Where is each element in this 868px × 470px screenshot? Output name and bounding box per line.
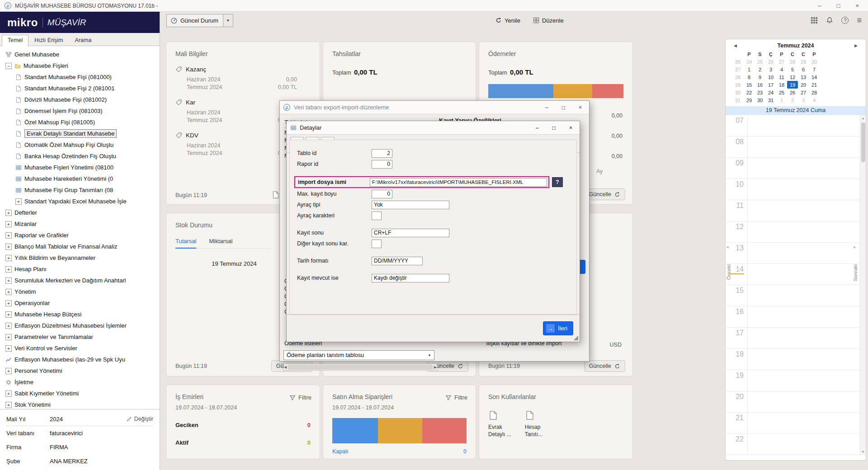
scroll-up-icon[interactable]: ▲ xyxy=(862,115,865,121)
calendar-day[interactable]: 26 xyxy=(765,58,776,66)
stok-tab-tutarsal[interactable]: Tutarsal xyxy=(175,238,196,249)
next-day-rail[interactable]: » Sonraki xyxy=(852,115,859,455)
tree-item[interactable]: +Hesap Planı xyxy=(0,263,160,275)
expand-icon[interactable]: + xyxy=(5,277,12,284)
hour-slot[interactable]: 18 xyxy=(726,349,866,370)
tree-item[interactable]: +Stok Yönetimi xyxy=(0,399,160,409)
field-input[interactable]: 0 xyxy=(372,160,392,169)
calendar-day[interactable]: 1 xyxy=(744,66,755,73)
tree-item[interactable]: +Yönetim xyxy=(0,286,160,297)
menu-icon[interactable]: ≡ xyxy=(857,16,862,24)
expand-icon[interactable]: + xyxy=(5,255,12,261)
maximize-button[interactable]: □ xyxy=(837,2,840,9)
calendar-day[interactable]: 9 xyxy=(755,73,765,81)
calendar-day[interactable]: 13 xyxy=(798,73,809,81)
hour-slot[interactable]: 08 xyxy=(726,136,866,158)
jump-prev-icon[interactable]: « xyxy=(726,244,729,249)
calendar-day[interactable]: 11 xyxy=(776,73,787,81)
tree-item[interactable]: Standart Muhasebe Fişi (081000) xyxy=(0,71,160,83)
scroll-left-icon[interactable]: ◀ xyxy=(284,365,287,369)
field-input[interactable]: 2 xyxy=(372,149,392,158)
calendar-day[interactable]: 5 xyxy=(787,66,798,73)
previous-day-rail[interactable]: « Önceki xyxy=(726,115,733,455)
expand-icon[interactable]: + xyxy=(5,390,12,397)
refresh-card-button[interactable]: Güncelle xyxy=(584,188,625,200)
expand-icon[interactable]: + xyxy=(5,266,12,273)
tree-item[interactable]: Genel Muhasebe xyxy=(0,49,160,60)
calendar-day[interactable]: 1 xyxy=(776,96,787,104)
view-selector[interactable]: Güncel Durum ▼ xyxy=(166,14,233,27)
calendar-day[interactable]: 2 xyxy=(787,96,798,104)
calendar-day[interactable]: 4 xyxy=(809,96,820,104)
field-input[interactable]: CR+LF xyxy=(372,229,449,237)
calendar-day[interactable]: 27 xyxy=(798,89,809,96)
expand-icon[interactable]: + xyxy=(5,289,12,295)
collapse-icon[interactable]: − xyxy=(5,63,12,69)
expand-icon[interactable]: + xyxy=(5,368,12,374)
calendar-day[interactable]: 2 xyxy=(755,66,765,73)
hour-slot[interactable]: 07 xyxy=(726,115,866,136)
expand-icon[interactable]: + xyxy=(5,300,12,306)
field-input[interactable] xyxy=(372,240,382,248)
hour-slot[interactable]: 22 xyxy=(726,434,866,455)
tree-item[interactable]: +Yıllık Bildirim ve Beyannameler xyxy=(0,252,160,263)
next-month-button[interactable]: ▶ xyxy=(854,43,858,48)
sidebar-tab-hızlı-erişim[interactable]: Hızlı Erişim xyxy=(28,35,69,46)
hour-slot[interactable]: 15 xyxy=(726,285,866,306)
stok-tab-miktarsal[interactable]: Miktarsal xyxy=(209,238,232,248)
calendar-day[interactable]: 8 xyxy=(744,73,755,81)
tree-item[interactable]: +Bilanço Mali Tablolar ve Finansal Anali… xyxy=(0,241,160,252)
filter-button[interactable]: Filtre xyxy=(445,394,467,401)
scrollbar-thumb[interactable] xyxy=(288,365,433,370)
calendar-day[interactable]: 19 xyxy=(787,81,798,89)
field-input[interactable]: Yok xyxy=(372,201,449,209)
calendar-day[interactable]: 18 xyxy=(776,81,787,89)
calendar-day[interactable]: 3 xyxy=(798,96,809,104)
field-input[interactable]: 0 xyxy=(372,190,392,198)
calendar-day[interactable]: 24 xyxy=(744,58,755,66)
tree-item[interactable]: Standart Muhasebe Fişi 2 (081001 xyxy=(0,83,160,94)
recent-item[interactable]: Hesap Tanıtı... xyxy=(525,410,542,438)
filter-button[interactable]: Filtre xyxy=(289,394,311,401)
calendar-day[interactable]: 17 xyxy=(765,81,776,89)
expand-icon[interactable]: + xyxy=(5,334,12,340)
calendar-day[interactable]: 7 xyxy=(809,66,820,73)
hour-slot[interactable]: 20 xyxy=(726,391,866,413)
tree-item[interactable]: Enflasyon Muhasebesi (Ias-29 ve Spk Uyu xyxy=(0,354,160,365)
expand-icon[interactable]: + xyxy=(15,198,22,205)
minimize-button[interactable]: – xyxy=(818,2,821,9)
tree-item[interactable]: +Raporlar ve Grafikler xyxy=(0,230,160,241)
tree-item[interactable]: Banka Hesap Özetinden Fiş Oluştu xyxy=(0,150,160,162)
table-select-dropdown[interactable]: Ödeme planları tanıtım tablosu ▼ xyxy=(283,350,434,360)
expand-icon[interactable]: + xyxy=(5,232,12,239)
recent-item[interactable]: Evrak Detaylı ... xyxy=(488,410,511,438)
scrollbar-thumb[interactable] xyxy=(861,122,865,162)
refresh-button[interactable]: Yenile xyxy=(495,17,520,24)
calendar-day[interactable]: 20 xyxy=(798,81,809,89)
calendar-day[interactable]: 24 xyxy=(765,89,776,96)
calendar-day[interactable]: 25 xyxy=(755,58,765,66)
expand-icon[interactable]: + xyxy=(5,323,12,329)
field-input[interactable]: F:\Mikro\v17xx\faturacevirici\IMPORT\MUH… xyxy=(370,178,547,187)
tree-item[interactable]: +Sabit Kıymetler Yönetimi xyxy=(0,388,160,399)
tree-item[interactable]: +Sorumluluk Merkezleri ve Dağıtım Anahta… xyxy=(0,275,160,286)
tree-item[interactable]: +Enflasyon Düzeltmesi Muhasebesi İşlemle… xyxy=(0,320,160,331)
maximize-button[interactable]: □ xyxy=(552,125,556,131)
refresh-card-button[interactable]: Güncelle xyxy=(584,360,625,372)
hour-slot[interactable]: 10 xyxy=(726,179,866,200)
tree-item[interactable]: +Parametreler ve Tanımlamalar xyxy=(0,331,160,343)
close-button[interactable]: × xyxy=(855,2,859,9)
hour-slot[interactable]: 17 xyxy=(726,328,866,349)
calendar-day[interactable]: 3 xyxy=(765,66,776,73)
tree-item[interactable]: +Mizanlar xyxy=(0,218,160,230)
schedule-scrollbar[interactable]: ▲ ▼ xyxy=(860,115,866,455)
calendar-day[interactable]: 12 xyxy=(787,73,798,81)
calendar-day[interactable]: 15 xyxy=(744,81,755,89)
expand-icon[interactable]: + xyxy=(5,210,12,216)
expand-icon[interactable]: + xyxy=(5,221,12,227)
horizontal-scrollbar[interactable]: ◀ ▶ xyxy=(283,364,437,371)
edit-layout-button[interactable]: Düzenle xyxy=(533,17,564,24)
calendar-day[interactable]: 6 xyxy=(798,66,809,73)
field-input[interactable]: Kaydı değiştir xyxy=(372,274,449,282)
calendar-day[interactable]: 28 xyxy=(787,58,798,66)
